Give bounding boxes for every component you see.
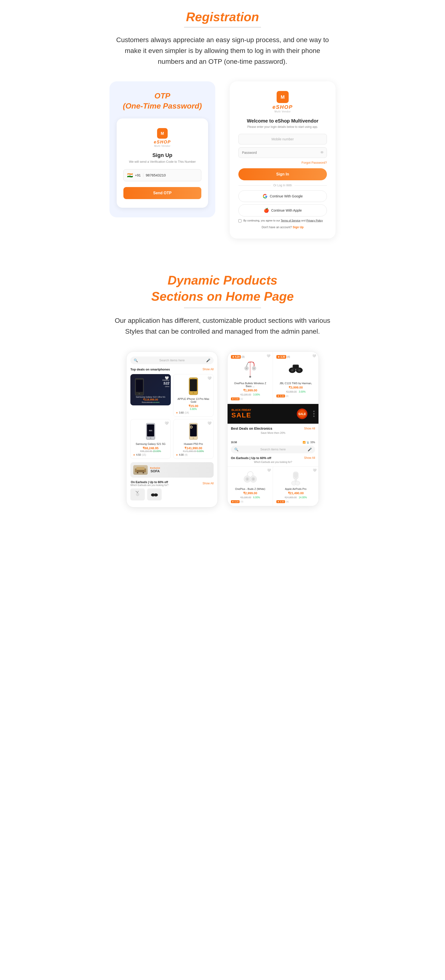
earbuds-section-header-left: On Earbuds | Up to 60% off Which Earbuds…	[130, 480, 214, 487]
earbuds-info-left: On Earbuds | Up to 60% off Which Earbuds…	[130, 480, 168, 487]
jbl-rating-box: ★ 3.30 (4)	[276, 355, 290, 359]
iphone-price: ₹15.00	[176, 404, 211, 408]
eshop-brand-name-login: eSHOP	[272, 104, 293, 110]
signin-button[interactable]: Sign In	[238, 168, 327, 180]
search-icon-left: 🔍	[134, 358, 138, 362]
google-btn-label: Continue With Google	[270, 194, 303, 198]
product-card-s21[interactable]: 🤍 S21 Samsung Galaxy S21 5G ₹68,248.95 ₹…	[130, 419, 171, 459]
phone-input-row[interactable]: 🇮🇳 +91 9876543210	[124, 169, 201, 181]
bf-dot-2	[313, 413, 315, 415]
p50-rating-count: (4)	[184, 453, 187, 456]
mic-icon-left[interactable]: 🎤	[206, 358, 210, 362]
iphone-svg	[188, 377, 198, 395]
jbl-rating-bottom: ★ 5.00 (2)	[276, 395, 315, 398]
heart-icon-s21[interactable]: 🤍	[165, 421, 169, 425]
on-earbuds-header-right: On Earbuds | Up to 60% off Show All	[228, 456, 318, 461]
password-input-row: 👁	[238, 147, 327, 158]
airpods-rating: ★ 3.30 (4)	[276, 500, 315, 503]
send-otp-button[interactable]: Send OTP	[124, 187, 201, 199]
oneplus-bullets-card[interactable]: ★ 4.20 (3) 🤍	[228, 352, 273, 404]
mobile-input[interactable]: Mobile number	[238, 134, 327, 145]
earbuds-show-all-left[interactable]: Show All	[203, 482, 214, 485]
terms-checkbox[interactable]	[238, 219, 242, 223]
p50-img	[176, 422, 211, 441]
apple-signin-button[interactable]: 🍎 Continue With Apple	[238, 204, 327, 216]
signup-nav-link[interactable]: Sign Up	[293, 226, 304, 229]
svg-rect-40	[293, 366, 298, 368]
deals-header: Top deals on smartphones Show All	[130, 368, 214, 371]
welcome-heading: Welcome to eShop Multivendor	[238, 118, 327, 124]
heart-buds-z[interactable]: 🤍	[267, 468, 271, 472]
svg-point-27	[154, 493, 158, 496]
wifi-icon: 📶	[302, 441, 306, 444]
otp-mockup-card: OTP (One-Time Password) M eSHOP Multi Ve…	[109, 81, 215, 217]
forgot-password-link[interactable]: Forgot Password?	[238, 161, 327, 164]
airpods-price: ₹21,490.00	[276, 491, 315, 495]
section-divider	[184, 27, 261, 27]
svg-point-46	[247, 478, 248, 480]
jbl-name: JBL C115 TWS by Harman,	[276, 382, 315, 385]
sofa-text-content: Exclusive SOFA	[150, 467, 160, 473]
airpods-pro-card[interactable]: 🤍 Apple AirPods Pro ₹21,490.00	[273, 466, 318, 506]
buds-z-svg	[242, 471, 258, 486]
search-bar-left[interactable]: 🔍 Search items here 🎤	[130, 356, 214, 364]
heart-oneplus[interactable]: 🤍	[266, 354, 270, 358]
oneplus-buds-z-card[interactable]: 🤍 OnePlus -	[228, 466, 273, 506]
bf-sale-text: SALE	[231, 411, 251, 419]
earbuds-preview-row	[130, 488, 214, 503]
eshop-logo-box: M	[157, 128, 168, 138]
country-code: +91	[135, 173, 143, 177]
svg-point-29	[245, 368, 247, 369]
product-card-iphone[interactable]: 🤍 APPLE iPhone 13 Pro Max Gold ₹15.00 6.…	[173, 374, 214, 417]
mockups-row: OTP (One-Time Password) M eSHOP Multi Ve…	[48, 81, 397, 238]
best-deals-show-all[interactable]: Show All	[304, 427, 315, 430]
or-divider: Or Log In With	[238, 184, 327, 187]
star-icon-p50: ★	[176, 453, 178, 456]
svg-text:SALE: SALE	[298, 412, 306, 416]
privacy-policy-link[interactable]: Privacy Policy	[306, 219, 323, 222]
oneplus-rating-top: ★ 4.20 (3)	[231, 355, 269, 359]
buds-z-count: (7)	[241, 501, 243, 503]
apple-icon: 🍎	[264, 208, 269, 213]
heart-jbl[interactable]: 🤍	[312, 354, 316, 358]
buds-z-discount: 6.00%	[253, 496, 260, 499]
search-bar-right[interactable]: 🔍 Search items here 🎤	[231, 445, 315, 453]
apple-btn-label: Continue With Apple	[271, 208, 302, 212]
heart-icon-p50[interactable]: 🤍	[207, 421, 211, 425]
on-earbuds-sub-right: Which Earbuds are you looking for?	[228, 461, 318, 466]
eye-icon[interactable]: 👁	[320, 150, 324, 155]
battery-display: 33%	[310, 441, 315, 444]
terms-service-link[interactable]: Terms of Service	[281, 219, 301, 222]
mic-icon-right[interactable]: 🎤	[308, 447, 312, 451]
eshop-sub-login: Multi Vendor	[272, 110, 293, 113]
buds-z-rating: ★ 4.20 (7)	[231, 500, 269, 503]
heart-airpods[interactable]: 🤍	[313, 468, 317, 472]
s21-img: S21	[133, 422, 168, 441]
s21-rating: ★ 4.50 (15)	[133, 453, 168, 456]
heart-icon-iphone[interactable]: 🤍	[207, 376, 211, 380]
svg-rect-24	[143, 472, 144, 473]
buds-z-img	[231, 469, 269, 487]
or-line-right	[295, 185, 327, 186]
p50-rating: ★ 4.00 (4)	[176, 453, 211, 456]
product-card-p50[interactable]: 🤍 Huawei P50 Pro ₹141,990.00 ₹141,990.00…	[173, 419, 214, 459]
bf-black-friday-text: BLACK FRIDAY	[231, 409, 251, 411]
search-placeholder-right: Search items here	[240, 447, 306, 451]
s21-rating-count: (15)	[142, 453, 146, 456]
jbl-tws-card[interactable]: ★ 3.30 (4) 🤍	[273, 352, 318, 404]
google-signin-button[interactable]: Continue With Google	[238, 191, 327, 202]
product-card-galaxy[interactable]: 🤍 Galaxy S22 Ultra Samsun	[130, 374, 171, 406]
svg-rect-8	[192, 378, 195, 379]
buds-z-rating-box: ★ 4.20	[231, 500, 239, 503]
show-all-link-deals[interactable]: Show All	[203, 368, 214, 371]
password-input[interactable]	[238, 147, 327, 158]
buds-z-price: ₹2,999.00	[231, 491, 269, 495]
svg-point-38	[299, 369, 300, 371]
signup-subtext: We will send a Verification Code to This…	[124, 160, 201, 164]
oneplus-rating-box: ★ 4.20 (3)	[231, 355, 244, 359]
svg-text:M: M	[161, 131, 164, 135]
status-time: 10.50	[231, 441, 237, 444]
svg-point-5	[139, 393, 140, 394]
svg-text:M: M	[281, 94, 285, 100]
on-earbuds-show-all-right[interactable]: Show All	[304, 456, 315, 460]
